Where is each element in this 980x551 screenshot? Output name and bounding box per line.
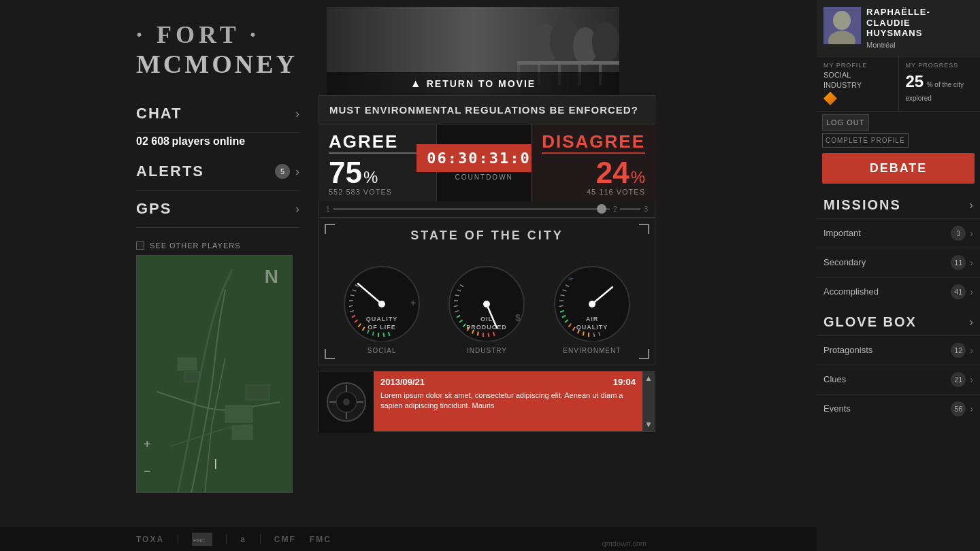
glove-clues[interactable]: Clues 21 › <box>817 365 980 394</box>
gps-section: SEE OTHER PLAYERS N + − | <box>136 241 299 493</box>
svg-rect-6 <box>517 61 619 65</box>
see-other-players[interactable]: SEE OTHER PLAYERS <box>136 241 299 250</box>
alerts-label: ALERTS <box>136 163 204 180</box>
events-right: 56 › <box>951 401 973 416</box>
svg-line-71 <box>559 305 564 306</box>
mission-accomplished-arrow: › <box>970 286 973 297</box>
profile-industry: INDUSTRY <box>823 81 892 89</box>
logo-fort: · FORT · <box>136 20 297 49</box>
slider-handle[interactable] <box>597 204 606 214</box>
svg-point-83 <box>343 399 350 405</box>
mission-accomplished[interactable]: Accomplished 41 › <box>817 277 980 306</box>
countdown-label: COUNTDOWN <box>454 172 514 182</box>
gps-label: GPS <box>136 200 172 218</box>
svg-rect-15 <box>246 385 270 400</box>
profile-icon <box>823 92 837 105</box>
environment-gauge-label: ENVIRONMENT <box>563 347 621 354</box>
svg-point-35 <box>378 301 385 307</box>
protagonists-label: Protagonists <box>823 345 872 355</box>
footer: TOXA FMC a CMF FMC qmdown.com <box>0 527 817 551</box>
alerts-arrow: › <box>295 165 299 179</box>
svg-text:QUALITY: QUALITY <box>576 324 608 331</box>
alerts-badge: 5 <box>275 164 290 179</box>
log-text: Lorem ipsum dolor sit amet, consectetur … <box>380 390 636 412</box>
mission-secondary[interactable]: Secondary 11 › <box>817 248 980 277</box>
other-players-checkbox[interactable] <box>136 241 144 250</box>
debate-slider[interactable]: 1 2 3 <box>318 201 655 218</box>
log-date: 2013/09/21 <box>380 377 425 387</box>
nav-chat[interactable]: CHAT › <box>136 95 299 133</box>
svg-text:OIL: OIL <box>480 316 493 322</box>
glove-protagonists[interactable]: Protagonists 12 › <box>817 335 980 365</box>
bracket-tr <box>639 224 649 234</box>
disagree-col: DISAGREE 24 % 45 116 VOTES <box>532 124 655 201</box>
clues-label: Clues <box>823 374 846 384</box>
protagonists-right: 12 › <box>951 343 973 358</box>
state-city-title: STATE OF THE CITY <box>329 229 644 243</box>
nav-gps[interactable]: GPS › <box>136 190 299 228</box>
log-dial <box>319 371 374 433</box>
glove-box-title: GLOVE BOX <box>823 314 917 330</box>
mission-important-right: 3 › <box>951 226 973 241</box>
svg-text:FMC: FMC <box>193 537 206 544</box>
environment-gauge-svg: ≈ AIR QUALITY <box>544 253 640 341</box>
svg-line-64 <box>583 331 584 335</box>
svg-point-56 <box>483 301 490 307</box>
chat-label: CHAT <box>136 105 182 122</box>
glove-box-header: GLOVE BOX › <box>817 306 980 335</box>
movie-banner-overlay[interactable]: ▲ RETURN TO MOVIE <box>327 72 619 95</box>
disagree-votes: 45 116 VOTES <box>542 188 645 196</box>
svg-text:QUALITY: QUALITY <box>366 316 398 322</box>
logout-button[interactable]: LOG OUT <box>822 114 869 131</box>
agree-vs-line <box>329 152 426 154</box>
map-zoom-out[interactable]: − <box>144 465 151 479</box>
bracket-bl <box>325 349 335 359</box>
map-container: N + − | <box>136 255 293 493</box>
missions-header: MISSIONS › <box>817 189 980 218</box>
svg-line-73 <box>560 295 564 296</box>
svg-line-62 <box>593 333 594 337</box>
nav-alerts[interactable]: ALERTS 5 › <box>136 153 299 190</box>
mission-important[interactable]: Important 3 › <box>817 218 980 248</box>
scroll-up-icon[interactable]: ▲ <box>644 373 653 383</box>
glove-events[interactable]: Events 56 › <box>817 394 980 423</box>
disagree-label: DISAGREE <box>542 131 645 152</box>
svg-line-41 <box>489 333 489 337</box>
user-info: RAPHAËLLE-CLAUDIE HUYSMANS Montréal <box>866 7 973 49</box>
industry-gauge-section: $ OIL PRODUCED INDUSTRY <box>439 253 534 354</box>
scroll-down-icon[interactable]: ▼ <box>644 420 653 429</box>
footer-logo-cmf: CMF <box>274 535 296 544</box>
svg-point-89 <box>833 11 851 30</box>
user-name-line2: HUYSMANS <box>866 28 973 39</box>
map-marker: | <box>214 458 217 469</box>
user-name-line1: RAPHAËLLE-CLAUDIE <box>866 7 973 28</box>
svg-line-43 <box>478 331 478 335</box>
svg-rect-17 <box>184 371 199 382</box>
log-date-time: 2013/09/21 19:04 <box>380 377 636 387</box>
profile-progress-bar: MY PROFILE SOCIAL INDUSTRY MY PROGRESS 2… <box>817 56 980 112</box>
footer-logo-2-svg: FMC <box>192 533 212 546</box>
svg-rect-13 <box>225 405 252 422</box>
log-scroll[interactable]: ▲ ▼ <box>642 371 655 431</box>
svg-point-77 <box>589 301 595 307</box>
players-count: 02 608 <box>136 135 169 147</box>
clues-count: 21 <box>951 372 966 387</box>
footer-logo-toxa: TOXA <box>136 535 164 544</box>
svg-line-50 <box>454 305 458 306</box>
logo-mcmoney: McMONEY <box>136 49 297 79</box>
agree-dash <box>329 152 426 154</box>
movie-banner[interactable]: ▲ RETURN TO MOVIE <box>327 7 619 95</box>
players-online: 02 608 players online <box>136 133 299 153</box>
mission-secondary-arrow: › <box>970 257 973 268</box>
my-profile-section: MY PROFILE SOCIAL INDUSTRY <box>817 56 899 111</box>
svg-rect-14 <box>232 426 252 439</box>
map-zoom-in[interactable]: + <box>144 437 151 452</box>
slider-track[interactable] <box>333 208 610 210</box>
social-gauge-svg: + QUALITY OF LIFE <box>334 253 429 341</box>
industry-gauge-svg: $ OIL PRODUCED <box>439 253 534 341</box>
disagree-percent: 24 <box>596 158 630 188</box>
complete-profile-button[interactable]: COMPLETE PROFILE <box>822 133 909 148</box>
progress-percent: 25 <box>906 72 924 90</box>
debate-button[interactable]: Debate <box>822 153 975 184</box>
user-profile: RAPHAËLLE-CLAUDIE HUYSMANS Montréal <box>817 0 980 56</box>
